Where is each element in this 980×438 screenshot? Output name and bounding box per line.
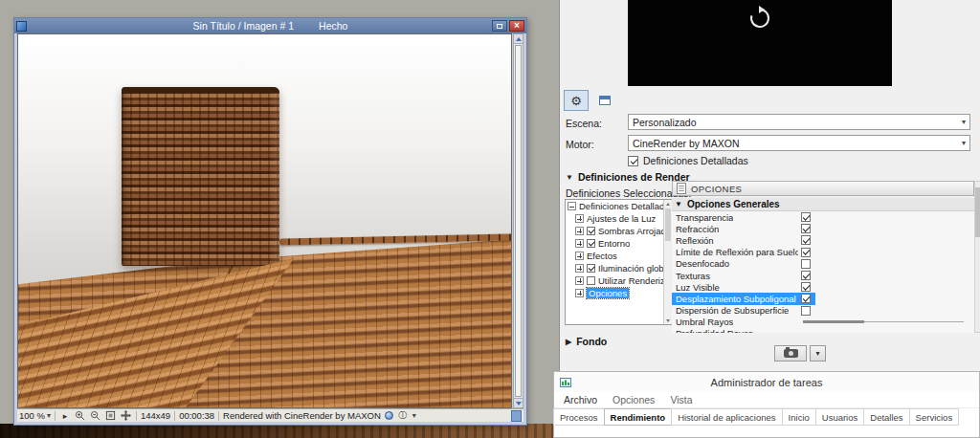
tree-item-utilizar-renderizado[interactable]: Utilizar Renderizad... bbox=[566, 274, 672, 287]
render-options-dropdown-button[interactable]: ▾ bbox=[810, 345, 826, 361]
option-row-luz-visible[interactable]: Luz Visible bbox=[672, 281, 974, 293]
collapse-icon: ▼ bbox=[566, 173, 573, 182]
render-camera-button[interactable] bbox=[774, 345, 807, 361]
close-button[interactable]: × bbox=[509, 20, 524, 32]
option-row-texturas[interactable]: Texturas bbox=[672, 270, 974, 281]
option-row-profundidad-rayos[interactable]: Profundidad Rayos bbox=[672, 328, 974, 333]
tree-item-sombras[interactable]: Sombras Arrojadas bbox=[566, 225, 672, 237]
checkbox[interactable] bbox=[801, 212, 811, 222]
scroll-down-arrow[interactable] bbox=[664, 317, 672, 324]
tree-item-label: Efectos bbox=[587, 251, 617, 261]
expand-icon[interactable] bbox=[575, 264, 584, 273]
scrollbar-thumb[interactable] bbox=[665, 208, 671, 241]
menu-archivo[interactable]: Archivo bbox=[564, 394, 597, 405]
vertical-scrollbar[interactable] bbox=[513, 33, 523, 408]
chevron-down-icon[interactable]: ▾ bbox=[412, 411, 416, 420]
expand-icon[interactable] bbox=[575, 214, 584, 223]
checkbox[interactable] bbox=[587, 239, 595, 248]
umbral-rayos-slider[interactable] bbox=[803, 318, 964, 326]
tree-item-root[interactable]: Definiciones Detallada bbox=[566, 200, 672, 212]
checkbox[interactable] bbox=[801, 282, 811, 292]
scroll-down-arrow[interactable] bbox=[514, 398, 523, 407]
option-row-dispersion-subsuperficie[interactable]: Dispersión de Subsuperficie bbox=[672, 305, 974, 317]
checkbox[interactable] bbox=[801, 248, 811, 257]
checkbox[interactable] bbox=[587, 264, 595, 273]
option-label: Luz Visible bbox=[676, 282, 720, 293]
scene-select[interactable]: Personalizado ▾ bbox=[628, 114, 970, 130]
tree-item-label: Opciones bbox=[587, 288, 629, 298]
renderer-credit: Rendered with CineRender by MAXON bbox=[223, 410, 381, 421]
tree-item-entorno[interactable]: Entorno bbox=[566, 237, 672, 250]
render-window-titlebar[interactable]: Sin Título / Imagen # 1 Hecho × bbox=[14, 18, 526, 33]
refresh-icon[interactable] bbox=[747, 6, 772, 86]
option-row-refraccion[interactable]: Refracción bbox=[672, 223, 974, 234]
tree-item-opciones[interactable]: Opciones bbox=[566, 287, 672, 299]
engine-select[interactable]: CineRender by MAXON ▾ bbox=[628, 135, 970, 151]
zoom-out-icon[interactable] bbox=[90, 410, 101, 422]
tab-settings[interactable]: ⚙ bbox=[564, 90, 589, 111]
zoom-level-dropdown[interactable]: 100 % ▾ bbox=[19, 410, 51, 421]
minimize-button[interactable] bbox=[492, 20, 507, 32]
detailed-definitions-row[interactable]: Definiciones Detalladas bbox=[628, 155, 748, 166]
checkbox[interactable] bbox=[801, 306, 811, 316]
nav-arrow-icon[interactable]: ▸ bbox=[59, 410, 71, 422]
checkbox[interactable] bbox=[801, 294, 811, 303]
zoom-in-icon[interactable] bbox=[75, 410, 86, 422]
options-header[interactable]: OPCIONES bbox=[672, 181, 974, 196]
options-scrollbar[interactable] bbox=[974, 181, 980, 333]
render-sphere-icon[interactable] bbox=[385, 411, 393, 420]
option-row-reflexion[interactable]: Reflexión bbox=[672, 234, 974, 246]
option-label: Umbral Rayos bbox=[676, 317, 733, 327]
checkbox[interactable] bbox=[801, 271, 811, 280]
menu-vista[interactable]: Vista bbox=[670, 394, 692, 405]
option-row-transparencia[interactable]: Transparencia bbox=[672, 211, 974, 223]
tab-procesos[interactable]: Procesos bbox=[553, 408, 605, 426]
tab-historial[interactable]: Historial de aplicaciones bbox=[671, 408, 782, 426]
checkbox[interactable] bbox=[801, 259, 811, 269]
checkbox[interactable] bbox=[801, 235, 811, 245]
tree-item-label: Ajustes de la Luz bbox=[587, 213, 656, 224]
tree-item-label: Entorno bbox=[598, 238, 630, 249]
tree-item-iluminacion-global[interactable]: Iluminación global bbox=[566, 262, 672, 274]
menu-opciones[interactable]: Opciones bbox=[612, 394, 655, 405]
scroll-up-arrow[interactable] bbox=[514, 34, 523, 44]
resize-grip[interactable] bbox=[511, 410, 522, 422]
info-icon[interactable]: ⓘ bbox=[397, 410, 409, 422]
chevron-down-icon: ▾ bbox=[962, 118, 966, 126]
tab-usuarios[interactable]: Usuarios bbox=[815, 408, 865, 426]
task-manager-window: Administrador de tareas Archivo Opciones… bbox=[553, 371, 980, 438]
checkbox[interactable] bbox=[801, 224, 811, 233]
collapse-icon: ▼ bbox=[675, 200, 682, 208]
tab-preview[interactable] bbox=[592, 90, 617, 111]
expand-icon[interactable] bbox=[575, 227, 584, 235]
pan-hand-icon[interactable] bbox=[121, 410, 132, 422]
tree-scrollbar[interactable] bbox=[663, 200, 672, 324]
option-row-umbral-rayos[interactable]: Umbral Rayos bbox=[672, 317, 974, 328]
tree-item-efectos[interactable]: Efectos bbox=[566, 250, 672, 262]
option-row-limite-reflexion[interactable]: Límite de Reflexión para Suelo/C... bbox=[672, 247, 974, 258]
checkbox[interactable] bbox=[587, 276, 595, 285]
checkbox[interactable] bbox=[587, 227, 595, 235]
collapse-expander-icon[interactable] bbox=[568, 202, 576, 210]
scrollbar-thumb[interactable] bbox=[515, 45, 522, 397]
tab-servicios[interactable]: Servicios bbox=[909, 408, 960, 426]
tree-item-ajustes-luz[interactable]: Ajustes de la Luz bbox=[566, 212, 672, 225]
tab-rendimiento[interactable]: Rendimiento bbox=[604, 408, 673, 426]
checkbox[interactable] bbox=[628, 156, 638, 166]
option-row-desenfocado[interactable]: Desenfocado bbox=[672, 258, 974, 270]
expand-icon[interactable] bbox=[575, 252, 584, 260]
tab-detalles[interactable]: Detalles bbox=[863, 408, 909, 426]
expand-icon[interactable] bbox=[575, 239, 584, 248]
options-list: Transparencia Refracción Reflexión Límit… bbox=[672, 211, 974, 333]
scroll-up-arrow[interactable] bbox=[664, 200, 672, 208]
chimney bbox=[122, 87, 279, 266]
expand-icon[interactable] bbox=[575, 276, 584, 285]
fondo-header[interactable]: ▶ Fondo bbox=[566, 336, 607, 347]
fit-to-window-icon[interactable] bbox=[105, 410, 117, 422]
task-manager-titlebar[interactable]: Administrador de tareas bbox=[554, 372, 979, 392]
general-options-group-header[interactable]: ▼ Opciones Generales bbox=[672, 198, 974, 211]
option-row-desplazamiento-subpoligonal[interactable]: Desplazamiento Subpoligonal bbox=[672, 293, 974, 304]
expand-icon[interactable] bbox=[575, 289, 584, 297]
tab-inicio[interactable]: Inicio bbox=[782, 408, 816, 426]
scrollbar-thumb[interactable] bbox=[975, 187, 980, 237]
